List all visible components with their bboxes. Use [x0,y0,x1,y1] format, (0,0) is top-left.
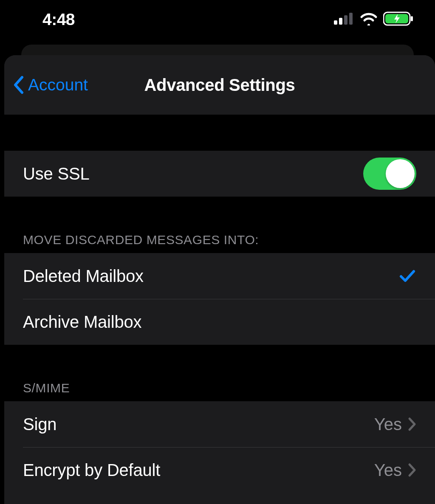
section-spacer [4,115,435,151]
smime-section-header: S/MIME [4,345,435,401]
smime-section: S/MIME Sign Yes Encrypt by Default Yes [4,345,435,493]
back-label: Account [28,76,88,94]
svg-rect-6 [411,16,413,21]
back-button[interactable]: Account [12,76,88,94]
svg-rect-1 [339,18,342,25]
status-bar: 4:48 [0,0,435,42]
nav-bar: Account Advanced Settings [4,55,435,115]
encrypt-row[interactable]: Encrypt by Default Yes [4,447,435,493]
sign-value: Yes [374,415,402,434]
use-ssl-label: Use SSL [23,164,363,183]
use-ssl-row[interactable]: Use SSL [4,151,435,197]
ssl-section: Use SSL [4,115,435,197]
battery-charging-icon [383,11,414,28]
wifi-icon [359,12,378,27]
svg-rect-0 [334,20,337,25]
status-indicators [334,11,414,28]
use-ssl-toggle[interactable] [363,158,416,190]
toggle-knob [386,159,415,188]
settings-content: Use SSL MOVE DISCARDED MESSAGES INTO: De… [4,115,435,493]
archive-mailbox-label: Archive Mailbox [23,313,416,332]
svg-rect-3 [349,13,353,25]
settings-sheet: Account Advanced Settings Use SSL MOVE D… [4,55,435,504]
encrypt-label: Encrypt by Default [23,461,374,480]
discarded-section-header: MOVE DISCARDED MESSAGES INTO: [4,197,435,253]
archive-mailbox-row[interactable]: Archive Mailbox [4,299,435,345]
cellular-icon [334,13,354,26]
deleted-mailbox-row[interactable]: Deleted Mailbox [4,253,435,299]
deleted-mailbox-label: Deleted Mailbox [23,267,398,286]
chevron-right-icon [408,463,416,477]
encrypt-value: Yes [374,461,402,480]
checkmark-icon [398,267,416,285]
sign-row[interactable]: Sign Yes [4,401,435,447]
svg-rect-2 [344,15,347,25]
chevron-right-icon [408,417,416,431]
discarded-section: MOVE DISCARDED MESSAGES INTO: Deleted Ma… [4,197,435,345]
sign-label: Sign [23,415,374,434]
status-time: 4:48 [42,10,75,29]
chevron-left-icon [12,76,25,94]
